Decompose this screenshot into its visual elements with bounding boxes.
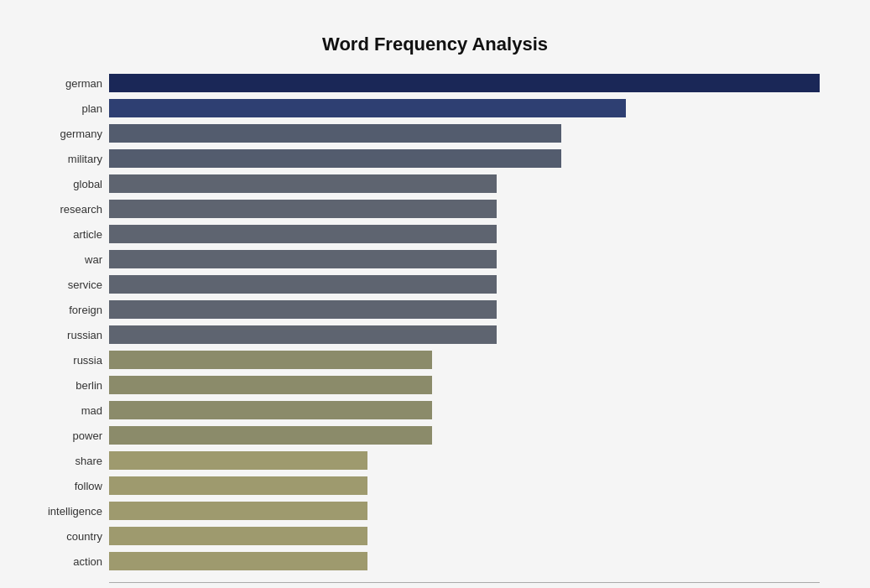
bar-fill bbox=[109, 401, 432, 419]
bar-fill bbox=[109, 149, 561, 168]
bar-label: intelligence bbox=[34, 505, 109, 518]
bar-label: war bbox=[34, 253, 109, 266]
bar-fill bbox=[109, 552, 367, 570]
bar-track bbox=[109, 401, 820, 419]
bar-track bbox=[109, 325, 820, 344]
bar-fill bbox=[109, 99, 626, 117]
bar-label: berlin bbox=[34, 379, 109, 392]
bar-track bbox=[109, 351, 820, 369]
bar-track bbox=[109, 149, 820, 168]
bar-fill bbox=[109, 300, 497, 319]
bar-row: russian bbox=[109, 324, 820, 346]
bar-row: military bbox=[109, 148, 820, 169]
bar-row: global bbox=[109, 173, 820, 195]
bar-row: plan bbox=[109, 97, 820, 119]
bar-row: foreign bbox=[109, 299, 820, 320]
bar-label: russia bbox=[34, 354, 109, 367]
bar-track bbox=[109, 124, 820, 143]
bar-track bbox=[109, 200, 820, 218]
bar-row: follow bbox=[109, 475, 820, 497]
bar-row: german bbox=[109, 72, 820, 94]
bar-track bbox=[109, 250, 820, 268]
bar-track bbox=[109, 225, 820, 243]
bar-label: plan bbox=[34, 102, 109, 115]
bar-label: foreign bbox=[34, 304, 109, 316]
bar-row: power bbox=[109, 424, 820, 446]
bar-row: germany bbox=[109, 122, 820, 144]
bar-label: germany bbox=[34, 127, 109, 140]
bar-row: action bbox=[109, 550, 820, 572]
bar-row: article bbox=[109, 223, 820, 245]
bar-fill bbox=[109, 476, 367, 495]
bar-track bbox=[109, 451, 820, 470]
bar-track bbox=[109, 275, 820, 294]
bar-fill bbox=[109, 124, 561, 143]
bar-track bbox=[109, 99, 820, 117]
bar-label: russian bbox=[34, 329, 109, 341]
bar-label: german bbox=[34, 77, 109, 90]
bar-fill bbox=[109, 74, 820, 92]
bar-fill bbox=[109, 325, 497, 344]
bar-track bbox=[109, 527, 820, 545]
bar-track bbox=[109, 476, 820, 495]
bar-fill bbox=[109, 275, 497, 294]
bar-label: country bbox=[34, 530, 109, 543]
bar-fill bbox=[109, 502, 367, 520]
bar-label: share bbox=[34, 455, 109, 467]
bar-row: war bbox=[109, 248, 820, 270]
bar-fill bbox=[109, 376, 432, 394]
bar-label: research bbox=[34, 203, 109, 216]
bar-track bbox=[109, 426, 820, 445]
bar-label: action bbox=[34, 555, 109, 568]
bar-row: research bbox=[109, 198, 820, 220]
bar-label: service bbox=[34, 278, 109, 291]
x-axis-line bbox=[109, 582, 820, 583]
bar-fill bbox=[109, 200, 497, 218]
bar-row: intelligence bbox=[109, 500, 820, 522]
bar-fill bbox=[109, 174, 497, 193]
bar-track bbox=[109, 552, 820, 570]
bar-fill bbox=[109, 426, 432, 445]
bar-row: russia bbox=[109, 349, 820, 371]
chart-title: Word Frequency Analysis bbox=[34, 34, 836, 55]
bar-fill bbox=[109, 527, 367, 545]
bar-label: mad bbox=[34, 404, 109, 417]
bar-fill bbox=[109, 351, 432, 369]
bar-fill bbox=[109, 250, 497, 268]
bar-track bbox=[109, 300, 820, 319]
bar-label: follow bbox=[34, 480, 109, 492]
chart-container: Word Frequency Analysis germanplangerman… bbox=[17, 17, 853, 588]
x-axis-area: 0246810 Frequency bbox=[109, 582, 820, 588]
bar-track bbox=[109, 502, 820, 520]
bar-row: service bbox=[109, 273, 820, 295]
bar-row: share bbox=[109, 450, 820, 471]
bar-label: power bbox=[34, 429, 109, 442]
bar-row: country bbox=[109, 525, 820, 547]
bar-label: article bbox=[34, 228, 109, 241]
bar-fill bbox=[109, 225, 497, 243]
bar-track bbox=[109, 376, 820, 394]
chart-area: germanplangermanymilitaryglobalresearcha… bbox=[34, 72, 836, 575]
bar-row: mad bbox=[109, 399, 820, 421]
bar-track bbox=[109, 74, 820, 92]
bar-fill bbox=[109, 451, 367, 470]
bar-row: berlin bbox=[109, 374, 820, 396]
bar-label: global bbox=[34, 178, 109, 190]
bar-label: military bbox=[34, 153, 109, 165]
bar-track bbox=[109, 174, 820, 193]
